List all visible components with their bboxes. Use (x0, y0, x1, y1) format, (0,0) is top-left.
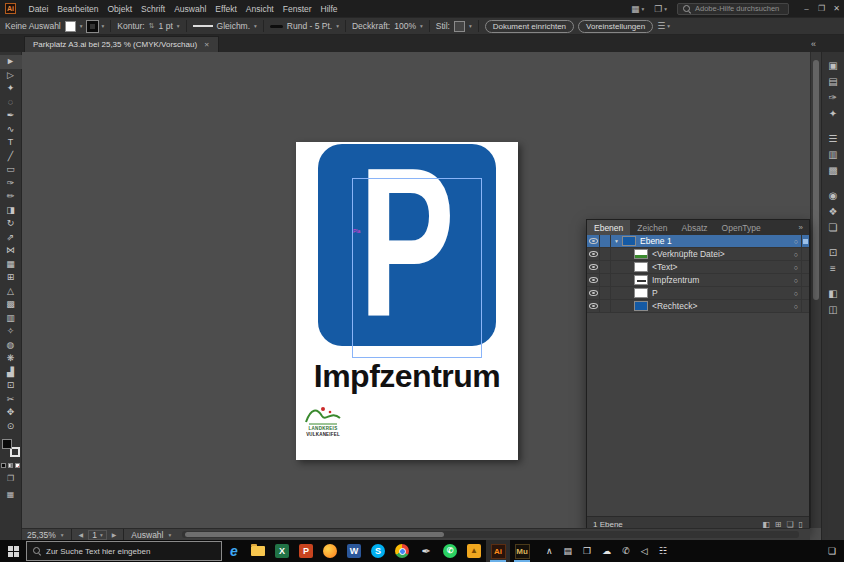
layer-row-text[interactable]: <Text> ○ (587, 261, 809, 274)
menu-ansicht[interactable]: Ansicht (241, 4, 278, 14)
symbol-sprayer-tool[interactable]: ❋ (0, 352, 22, 366)
layer-name[interactable]: <Text> (652, 262, 678, 272)
opacity-dropdown-icon[interactable]: ▾ (420, 23, 423, 29)
visibility-toggle[interactable] (587, 300, 600, 312)
tab-zeichen[interactable]: Zeichen (630, 220, 674, 235)
gradient-button[interactable] (8, 463, 13, 468)
selection-column[interactable] (801, 287, 809, 299)
gradient-tool[interactable]: ▥ (0, 312, 22, 326)
onedrive-tray-icon[interactable]: ☁ (602, 546, 611, 556)
vertical-scrollbar-thumb[interactable] (813, 60, 819, 300)
vertical-scrollbar[interactable] (810, 52, 821, 528)
selection-tool[interactable]: ► (0, 55, 22, 69)
prev-artboard-icon[interactable]: ◀ (79, 531, 84, 538)
lock-toggle[interactable] (600, 274, 611, 286)
screen-mode-button[interactable]: ▦ (0, 488, 22, 500)
stroke-profile-dropdown-icon[interactable]: ▾ (254, 23, 257, 29)
menu-hilfe[interactable]: Hilfe (316, 4, 342, 14)
display-tray-icon[interactable]: ❐ (583, 546, 591, 556)
taskbar-app-illustrator[interactable]: Ai (486, 540, 510, 562)
stroke-swatch[interactable] (87, 21, 98, 32)
selection-column[interactable] (801, 261, 809, 273)
layer-name[interactable]: P (652, 288, 658, 298)
menu-schrift[interactable]: Schrift (137, 4, 170, 14)
menu-fenster[interactable]: Fenster (278, 4, 316, 14)
magic-wand-tool[interactable]: ✦ (0, 82, 22, 96)
zoom-level[interactable]: 25,35% (27, 530, 56, 540)
selection-column[interactable] (801, 235, 809, 247)
volume-tray-icon[interactable]: ◁ (641, 546, 648, 556)
disclosure-triangle-icon[interactable]: ▼ (611, 238, 622, 244)
zoom-tool[interactable]: ⊙ (0, 420, 22, 434)
target-icon[interactable]: ○ (794, 290, 798, 297)
stroke-width-dropdown-icon[interactable]: ▾ (177, 23, 180, 29)
document-setup-button[interactable]: Dokument einrichten (485, 20, 574, 33)
start-button[interactable] (0, 540, 26, 562)
taskbar-app-excel[interactable]: X (270, 540, 294, 562)
free-transform-tool[interactable]: ▦ (0, 258, 22, 272)
tab-close-icon[interactable]: ✕ (204, 41, 209, 49)
layer-row-p[interactable]: P ○ (587, 287, 809, 300)
stroke-panel-icon[interactable]: ☰ (823, 130, 843, 146)
visibility-toggle[interactable] (587, 248, 600, 260)
tab-ebenen[interactable]: Ebenen (587, 220, 630, 235)
selection-column[interactable] (801, 274, 809, 286)
hidden-icons-chevron[interactable]: ∧ (546, 546, 553, 556)
layer-row-impfzentrum[interactable]: Impfzentrum ○ (587, 274, 809, 287)
selection-column[interactable] (801, 248, 809, 260)
lasso-tool[interactable]: ◌ (0, 96, 22, 110)
line-segment-tool[interactable]: ╱ (0, 150, 22, 164)
color-panel-icon[interactable]: ▣ (823, 57, 843, 73)
taskbar-app-whatsapp[interactable]: ✆ (438, 540, 462, 562)
style-swatch[interactable] (454, 21, 465, 32)
scale-tool[interactable]: ⇗ (0, 231, 22, 245)
network-tray-icon[interactable]: ☷ (659, 546, 667, 556)
layer-name[interactable]: Ebene 1 (640, 236, 672, 246)
visibility-toggle[interactable] (587, 274, 600, 286)
artboards-panel-icon[interactable]: ⊡ (823, 244, 843, 260)
menu-bearbeiten[interactable]: Bearbeiten (53, 4, 103, 14)
visibility-toggle[interactable] (587, 261, 600, 273)
gradient-panel-icon[interactable]: ▥ (823, 146, 843, 162)
none-button[interactable] (15, 463, 20, 468)
arrange-documents-icon[interactable]: ▦▾ (631, 4, 644, 14)
width-tool[interactable]: ⋈ (0, 244, 22, 258)
landkreis-logo[interactable]: LANDKREIS VULKANEIFEL (300, 404, 346, 437)
menu-datei[interactable]: Datei (24, 4, 53, 14)
artboard-dropdown-icon[interactable]: ▾ (100, 532, 103, 538)
type-tool[interactable]: T (0, 136, 22, 150)
rectangle-tool[interactable]: ▭ (0, 163, 22, 177)
target-icon[interactable]: ○ (794, 277, 798, 284)
graphic-styles-panel-icon[interactable]: ❖ (823, 203, 843, 219)
menu-objekt[interactable]: Objekt (103, 4, 137, 14)
taskbar-app-firefox[interactable] (318, 540, 342, 562)
rotate-tool[interactable]: ↻ (0, 217, 22, 231)
layer-row-ebene1[interactable]: ▼ Ebene 1 ○ (587, 235, 809, 248)
stroke-profile-value[interactable]: Gleichm. (217, 21, 251, 31)
document-tab[interactable]: Parkplatz A3.ai bei 25,35 % (CMYK/Vorsch… (24, 36, 219, 52)
brush-dropdown-icon[interactable]: ▾ (336, 23, 339, 29)
phone-tray-icon[interactable]: ✆ (622, 546, 630, 556)
layers-panel-icon[interactable]: ❏ (823, 219, 843, 235)
hand-tool[interactable]: ✥ (0, 406, 22, 420)
align-panel-icon[interactable]: ≡ (823, 260, 843, 276)
mesh-tool[interactable]: ▩ (0, 298, 22, 312)
column-graph-tool[interactable]: ▟ (0, 366, 22, 380)
stroke-dropdown-icon[interactable]: ▾ (102, 23, 105, 29)
target-icon[interactable]: ○ (794, 238, 798, 245)
workspace-switcher-icon[interactable]: ❐▾ (654, 4, 667, 14)
artboard[interactable]: P Pla Impfzentrum LANDKREIS VULKANEIFEL (296, 142, 518, 460)
fill-stroke-indicator[interactable] (1, 438, 21, 458)
taskbar-app-edge[interactable]: e (222, 540, 246, 562)
draw-mode-button[interactable]: ❐ (0, 472, 22, 484)
stroke-width-value[interactable]: 1 pt (159, 21, 173, 31)
selection-bounds[interactable] (352, 178, 482, 358)
taskbar-app-pen[interactable]: ✒ (414, 540, 438, 562)
visibility-toggle[interactable] (587, 287, 600, 299)
fill-dropdown-icon[interactable]: ▾ (80, 23, 83, 29)
layer-name[interactable]: Impfzentrum (652, 275, 699, 285)
appearance-panel-icon[interactable]: ◉ (823, 187, 843, 203)
lock-toggle[interactable] (600, 248, 611, 260)
direct-selection-tool[interactable]: ▷ (0, 69, 22, 83)
slice-tool[interactable]: ✂ (0, 393, 22, 407)
